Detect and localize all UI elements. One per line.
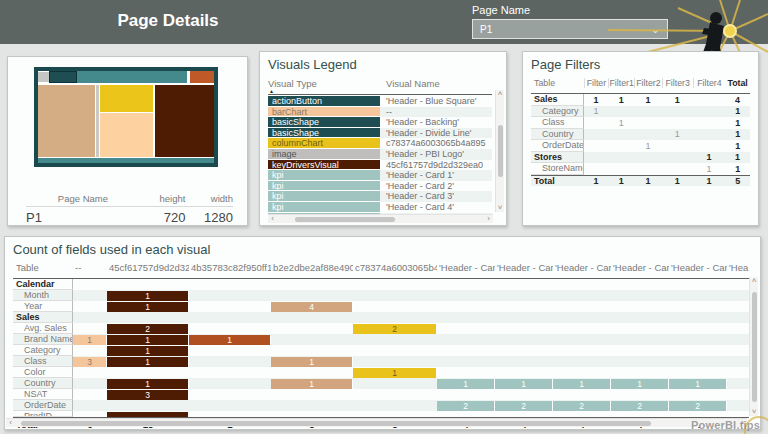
matrix-row[interactable]: Avg. Sales22 xyxy=(13,323,749,334)
legend-row[interactable]: kpi'Header - Card 1' xyxy=(268,170,492,181)
matrix-row[interactable]: Sales xyxy=(13,312,749,323)
matrix-col-header[interactable]: 'Header - Card 4' xyxy=(611,262,669,273)
filters-row-label: Category xyxy=(531,106,584,118)
col-visual-type[interactable]: Visual Type ▲ xyxy=(268,78,380,89)
matrix-row[interactable]: Category1 xyxy=(13,345,749,356)
legend-row[interactable]: kpi'Header - Card 4' xyxy=(268,202,492,213)
legend-vertical-scrollbar[interactable]: ˄ ˅ xyxy=(495,90,504,212)
scroll-left-icon[interactable]: ‹ xyxy=(268,215,277,223)
matrix-vscroll-thumb[interactable] xyxy=(752,292,757,402)
matrix-cell xyxy=(611,367,669,378)
matrix-row[interactable]: Calendar xyxy=(13,279,749,290)
scroll-up-icon[interactable]: ˄ xyxy=(750,277,759,285)
matrix-row-label: ProdID xyxy=(13,411,73,417)
matrix-cell: 1 xyxy=(107,356,189,367)
filters-row[interactable]: Sales11114 xyxy=(531,94,750,106)
col-page-name[interactable]: Page Name xyxy=(26,193,140,204)
matrix-col-header[interactable]: 4b35783c82f950ff1757 xyxy=(189,262,271,273)
scroll-up-icon[interactable]: ˄ xyxy=(496,90,505,98)
filters-row[interactable]: OrderDate11 xyxy=(531,140,750,152)
legend-row[interactable]: keyDriversVisual45cf61757d9d2d329ea0 xyxy=(268,160,492,171)
matrix-col-header[interactable]: c78374a6003065b4a895 xyxy=(353,262,437,273)
legend-row[interactable]: image'Header - PBI Logo' xyxy=(268,149,492,160)
filters-row[interactable]: Country11 xyxy=(531,129,750,141)
matrix-row[interactable]: Brand Name111 xyxy=(13,334,749,345)
page-name-dropdown[interactable]: P1 ⌄ xyxy=(472,19,668,39)
matrix-row[interactable]: ProdID xyxy=(13,411,749,417)
matrix-cell: 2 xyxy=(353,323,437,334)
visual-type-cell: kpi xyxy=(268,170,380,181)
matrix-col-header[interactable]: 'Header - Card 5' xyxy=(669,262,727,273)
matrix-col-header[interactable]: 'Hea xyxy=(727,262,752,273)
filters-row[interactable]: Class11 xyxy=(531,117,750,129)
filters-col-filter3[interactable]: Filter3 xyxy=(662,78,693,88)
legend-row[interactable]: basicShape'Header - Divide Line' xyxy=(268,128,492,139)
matrix-cell xyxy=(553,290,611,301)
scroll-down-icon[interactable]: ˅ xyxy=(750,408,759,416)
matrix-row-label: Color xyxy=(13,367,73,378)
matrix-row[interactable]: Year14 xyxy=(13,301,749,312)
filters-row[interactable]: StoreName11 xyxy=(531,163,750,175)
col-width[interactable]: width xyxy=(185,193,233,204)
legend-row[interactable]: kpi'Header - Card 3' xyxy=(268,191,492,202)
matrix-col-header[interactable]: 45cf61757d9d2d329ea0 xyxy=(107,262,189,273)
matrix-cell xyxy=(553,389,611,400)
matrix-col-header[interactable]: -- xyxy=(73,262,107,273)
matrix-col-header[interactable]: 'Header - Card 3' xyxy=(553,262,611,273)
matrix-row-label: OrderDate xyxy=(13,400,73,411)
matrix-row[interactable]: Month1 xyxy=(13,290,749,301)
filters-row[interactable]: Category11 xyxy=(531,106,750,118)
visual-type-cell: image xyxy=(268,149,380,160)
filters-value-cell: 1 xyxy=(693,164,726,174)
filters-col-filter1[interactable]: Filter1 xyxy=(608,78,634,88)
matrix-row[interactable]: NSAT3 xyxy=(13,389,749,400)
filters-row[interactable]: Stores11 xyxy=(531,152,750,164)
field-matrix-title: Count of fields used in each visual xyxy=(5,237,760,259)
filters-value-cell: 1 xyxy=(725,141,750,151)
filters-col-table[interactable]: Table xyxy=(531,78,584,88)
filters-col-filter4[interactable]: Filter4 xyxy=(693,78,726,88)
filters-row[interactable]: Total111115 xyxy=(531,175,750,187)
filters-col-total[interactable]: Total xyxy=(725,78,750,88)
matrix-vertical-scrollbar[interactable]: ˄ ˅ xyxy=(749,277,758,416)
scroll-down-icon[interactable]: ˅ xyxy=(496,204,505,212)
scroll-right-icon[interactable]: › xyxy=(484,215,493,223)
matrix-col-header[interactable]: 'Header - Card 1' xyxy=(437,262,495,273)
matrix-cell xyxy=(73,345,107,356)
matrix-hscroll-thumb[interactable] xyxy=(21,421,651,426)
matrix-cell: 2 xyxy=(553,400,611,411)
scroll-left-icon[interactable]: ‹ xyxy=(6,419,15,427)
legend-row[interactable]: actionButton'Header - Blue Square' xyxy=(268,96,492,107)
legend-hscroll-thumb[interactable] xyxy=(295,217,395,222)
filters-value-cell: 1 xyxy=(693,176,726,186)
matrix-cell xyxy=(107,411,189,417)
matrix-horizontal-scrollbar[interactable]: ‹ › xyxy=(6,418,747,427)
matrix-cell xyxy=(437,367,495,378)
legend-row[interactable]: basicShape'Header - Backing' xyxy=(268,117,492,128)
matrix-row[interactable]: Class311 xyxy=(13,356,749,367)
col-height[interactable]: height xyxy=(140,193,186,204)
matrix-row[interactable]: Color1 xyxy=(13,367,749,378)
filters-col-filter2[interactable]: Filter2 xyxy=(634,78,662,88)
filters-value-cell: 5 xyxy=(725,176,750,186)
col-visual-name[interactable]: Visual Name xyxy=(380,78,492,89)
page-size-row[interactable]: P1 720 1280 xyxy=(26,207,233,225)
matrix-row-label: Class xyxy=(13,356,73,367)
matrix-row[interactable]: OrderDate22222 xyxy=(13,400,749,411)
legend-row[interactable]: kpi'Header - Card 2' xyxy=(268,181,492,192)
filters-col-filter[interactable]: Filter xyxy=(584,78,609,88)
matrix-col-table[interactable]: Table▲ xyxy=(13,262,73,273)
filters-value-cell: 1 xyxy=(584,95,609,105)
legend-vscroll-thumb[interactable] xyxy=(498,125,503,177)
matrix-col-header[interactable]: 'Header - Card 2' xyxy=(495,262,553,273)
matrix-col-header[interactable]: b2e2dbe2af88e490a95b xyxy=(271,262,353,273)
visual-name-cell: c78374a6003065b4a895 xyxy=(380,138,492,149)
matrix-row[interactable]: Country1111111 xyxy=(13,378,749,389)
legend-row[interactable]: columnChartc78374a6003065b4a895 xyxy=(268,138,492,149)
legend-row[interactable]: barChart-- xyxy=(268,107,492,118)
matrix-cell xyxy=(611,356,669,367)
legend-horizontal-scrollbar[interactable]: ‹ › xyxy=(268,214,493,223)
matrix-cell: 1 xyxy=(553,378,611,389)
visual-type-cell: basicShape xyxy=(268,128,380,139)
matrix-cell xyxy=(189,411,271,417)
